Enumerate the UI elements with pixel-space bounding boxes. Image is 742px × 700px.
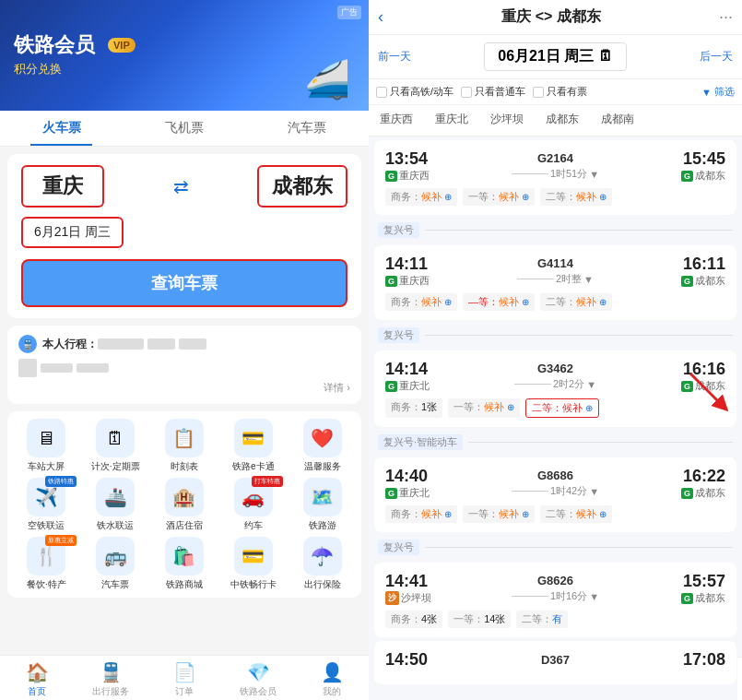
bottom-actions-bar: ▼ 筛选 ⏱ 耗时最短 24 🕐 发时最早 ¥ 显示票价 ↓ 候补下单 xyxy=(737,657,742,700)
from-badge-1: G xyxy=(385,276,397,287)
nav-profile[interactable]: 👤 我的 xyxy=(295,661,369,698)
station-tab-chongqingbei[interactable]: 重庆北 xyxy=(424,105,479,136)
train-card-5[interactable]: 14:50 D367 17:08 xyxy=(374,641,736,684)
arrive-col-1: 16:11 G 成都东 xyxy=(675,255,725,288)
menu-label-10: 餐饮·特产 xyxy=(27,579,66,590)
ticket-first-1: —等：候补 ⊕ xyxy=(463,293,535,311)
train-card-3[interactable]: 14:40 G 重庆北 G8686 1时42分 ▼ 16:22 xyxy=(374,457,736,532)
menu-item-4[interactable]: ❤️ 温馨服务 xyxy=(290,419,354,472)
action-filter[interactable]: ▼ 筛选 xyxy=(737,661,742,696)
station-tab-chengdunan[interactable]: 成都南 xyxy=(590,105,645,136)
more-options-button[interactable]: ··· xyxy=(719,7,733,27)
filter-high-speed-label: 只看高铁/动车 xyxy=(390,85,453,99)
station-tab-shapingba[interactable]: 沙坪坝 xyxy=(479,105,535,136)
trip-img-2 xyxy=(147,338,175,350)
duration-arrow-1: ▼ xyxy=(583,274,594,285)
filter-normal[interactable]: 只看普通车 xyxy=(461,85,525,99)
trip-detail-img xyxy=(18,359,37,377)
checkbox-available[interactable] xyxy=(533,87,544,98)
nav-services[interactable]: 🚆 出行服务 xyxy=(74,661,147,698)
trip-img-3 xyxy=(179,338,206,350)
menu-item-7[interactable]: 🏨 酒店住宿 xyxy=(153,478,217,531)
menu-item-0[interactable]: 🖥 车站大屏 xyxy=(15,419,78,472)
from-station-2: G 重庆北 xyxy=(385,379,436,393)
menu-item-14[interactable]: ☂️ 出行保险 xyxy=(290,537,354,590)
menu-item-13[interactable]: 💳 中铁畅行卡 xyxy=(221,537,285,590)
menu-item-12[interactable]: 🛍️ 铁路商城 xyxy=(153,537,217,590)
menu-item-6[interactable]: 🚢 铁水联运 xyxy=(84,478,147,531)
nav-membership[interactable]: 💎 铁路会员 xyxy=(221,661,295,698)
duration-line-1 xyxy=(517,279,554,279)
from-city-button[interactable]: 重庆 xyxy=(21,165,104,208)
depart-col-0: 13:54 G 重庆西 xyxy=(385,149,436,183)
filter-high-speed[interactable]: 只看高铁/动车 xyxy=(376,85,453,99)
train-card-1[interactable]: 14:11 G 重庆西 G4114 2时整 ▼ 16:11 xyxy=(374,245,736,320)
trip-detail-bar xyxy=(41,363,73,373)
menu-icon-1: 🗓 xyxy=(96,419,135,457)
to-station-3: G 成都东 xyxy=(675,486,725,500)
depart-time-2: 14:14 xyxy=(385,360,436,379)
train-card-0[interactable]: 13:54 G 重庆西 G2164 1时51分 ▼ 15:45 xyxy=(374,140,736,215)
menu-icon-3: 💳 xyxy=(234,419,273,457)
train-illustration: 🚄 xyxy=(304,58,350,101)
trip-img-1 xyxy=(98,338,144,350)
menu-label-0: 车站大屏 xyxy=(28,461,65,472)
duration-arrow-3: ▼ xyxy=(589,486,599,497)
to-station-name-2: 成都东 xyxy=(695,379,725,393)
train-duration-0: 1时51分 ▼ xyxy=(512,167,599,181)
nav-orders[interactable]: 📄 订单 xyxy=(147,661,221,698)
train-card-2[interactable]: 14:14 G 重庆北 G3462 2时2分 ▼ 16:16 xyxy=(374,350,736,427)
filter-normal-label: 只看普通车 xyxy=(475,85,525,99)
to-station-name-4: 成都东 xyxy=(695,591,725,605)
menu-item-8[interactable]: 打车特惠 🚗 约车 xyxy=(221,478,285,531)
train-number-0: G2164 xyxy=(537,151,573,165)
ticket-business-1: 商务：候补 ⊕ xyxy=(385,293,457,311)
advanced-filter-button[interactable]: ▼ 筛选 xyxy=(701,85,735,99)
to-badge-2: G xyxy=(681,381,693,392)
menu-item-5[interactable]: 铁路特惠 ✈️ 空铁联运 xyxy=(15,478,78,531)
to-badge-1: G xyxy=(681,276,693,287)
filter-available[interactable]: 只看有票 xyxy=(533,85,587,99)
divider-tag-3: 复兴号·智能动车 xyxy=(378,434,463,450)
divider-line-4 xyxy=(425,547,733,548)
checkbox-normal[interactable] xyxy=(461,87,472,98)
station-tab-chengdudong[interactable]: 成都东 xyxy=(535,105,590,136)
train-row-1: 14:11 G 重庆西 G4114 2时整 ▼ 16:11 xyxy=(385,255,725,288)
tab-train[interactable]: 火车票 xyxy=(0,111,123,146)
back-button[interactable]: ‹ xyxy=(378,7,383,27)
menu-item-2[interactable]: 📋 时刻表 xyxy=(153,419,217,472)
search-form: 重庆 ⇄ 成都东 6月21日 周三 查询车票 xyxy=(7,154,361,318)
arrive-col-2: 16:16 G 成都东 xyxy=(675,360,725,393)
menu-item-11[interactable]: 🚌 汽车票 xyxy=(84,537,147,590)
duration-text-4: 1时16分 xyxy=(550,589,587,603)
station-tab-chongqingxi[interactable]: 重庆西 xyxy=(369,105,424,136)
menu-item-1[interactable]: 🗓 计次·定期票 xyxy=(84,419,147,472)
depart-time-1: 14:11 xyxy=(385,255,436,274)
arrive-time-1: 16:11 xyxy=(675,255,725,274)
to-badge-3: G xyxy=(681,488,693,499)
swap-cities-button[interactable]: ⇄ xyxy=(104,175,257,197)
menu-item-3[interactable]: 💳 铁路e卡通 xyxy=(221,419,285,472)
train-card-4[interactable]: 14:41 沙 沙坪坝 G8626 1时16分 ▼ 15:57 xyxy=(374,563,736,637)
train-list: 13:54 G 重庆西 G2164 1时51分 ▼ 15:45 xyxy=(369,136,742,700)
search-tickets-button[interactable]: 查询车票 xyxy=(21,259,347,307)
prev-day-button[interactable]: 前一天 xyxy=(378,49,411,65)
nav-home[interactable]: 🏠 首页 xyxy=(0,661,74,698)
date-selector[interactable]: 6月21日 周三 xyxy=(21,217,124,248)
tab-bus[interactable]: 汽车票 xyxy=(246,111,369,146)
ticket-second-2-highlighted[interactable]: 二等：候补 ⊕ xyxy=(525,398,599,418)
next-day-button[interactable]: 后一天 xyxy=(700,49,733,65)
menu-item-9[interactable]: 🗺️ 铁路游 xyxy=(290,478,354,531)
menu-item-10[interactable]: 新惠立减 🍴 餐饮·特产 xyxy=(15,537,78,590)
train-number-3: G8686 xyxy=(537,469,573,482)
trip-detail-link[interactable]: 详情 › xyxy=(18,381,350,395)
ticket-second-3: 二等：候补 ⊕ xyxy=(540,505,612,523)
trip-detail-bar2 xyxy=(77,363,109,373)
tab-flight[interactable]: 飞机票 xyxy=(123,111,245,146)
date-text[interactable]: 06月21日 周三 🗓 xyxy=(484,42,626,71)
to-city-button[interactable]: 成都东 xyxy=(257,165,347,208)
trip-label: 本人行程： xyxy=(42,337,98,352)
from-station-3: G 重庆北 xyxy=(385,486,436,500)
badge-10: 新惠立减 xyxy=(45,535,77,546)
checkbox-high-speed[interactable] xyxy=(376,87,387,98)
